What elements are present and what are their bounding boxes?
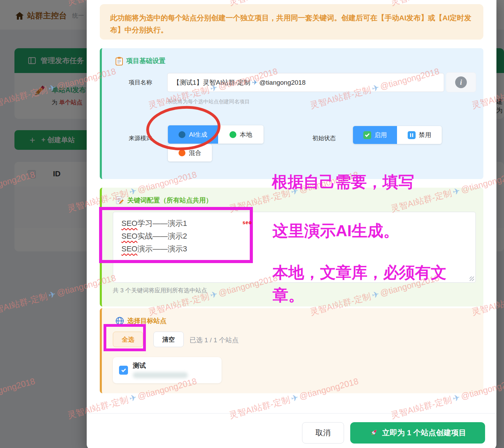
project-name-label: 项目名称 (129, 79, 152, 86)
initial-status-label: 初始状态 (312, 134, 336, 142)
keywords-section-title: 关键词配置（所有站点共用） (116, 196, 212, 205)
seo-spell-mark: seo (243, 220, 252, 225)
annotation-note1: 根据自己需要，填写 (272, 171, 414, 193)
red-circle-annotation (144, 104, 223, 152)
project-name-info-button[interactable]: i (446, 72, 476, 92)
status-option-enable[interactable]: 启用 (353, 126, 397, 144)
check-icon (363, 131, 371, 139)
submit-create-button[interactable]: 立即为 1 个站点创建项目 (350, 422, 485, 444)
source-option-local[interactable]: 本地 (218, 125, 264, 144)
target-sites-section: 选择目标站点 全选 清空 已选 1 / 1 个站点 测试 (100, 308, 483, 393)
selected-count: 已选 1 / 1 个站点 (190, 336, 239, 345)
status-option-disable[interactable]: 禁用 (397, 126, 442, 144)
initial-status-group: 启用 禁用 (353, 126, 442, 144)
annotation-note3: 本地，文章库，必须有文章。 (272, 261, 470, 306)
site-url-blurred (133, 372, 188, 378)
info-icon: i (455, 76, 467, 88)
project-name-input[interactable]: 【测试1】灵智AI站群-定制✈@tiangong2018 (167, 73, 444, 92)
plane-icon: ✈ (252, 79, 258, 86)
annotation-note2: 这里演示AI生成。 (272, 220, 399, 242)
site-name: 测试 (133, 361, 146, 370)
screen: 站群主控台 统一 管理发布任务 单站AI发布 为 单个站点 建为 + + 创建单… (0, 0, 504, 448)
cancel-button[interactable]: 取消 (302, 422, 344, 444)
site-card[interactable]: 测试 (113, 357, 222, 383)
keywords-help: 共 3 个关键词将应用到所有选中站点 (113, 286, 207, 294)
pause-icon (408, 131, 416, 139)
select-all-highlight-rect (104, 324, 146, 351)
keywords-highlight-rect (99, 207, 253, 263)
clipboard-icon (116, 57, 123, 65)
footer-divider (87, 413, 496, 414)
rocket-icon (369, 428, 378, 437)
basic-section-title: 项目基础设置 (116, 56, 165, 65)
modal-notice: 此功能将为选中的每个站点分别创建一个独立项目，共用同一套关键词。创建后可在【手动… (100, 4, 483, 40)
clear-selection-button[interactable]: 清空 (153, 332, 184, 347)
memo-pencil-icon (116, 196, 124, 205)
site-checkbox[interactable] (119, 366, 128, 375)
local-dot-icon (229, 131, 236, 138)
